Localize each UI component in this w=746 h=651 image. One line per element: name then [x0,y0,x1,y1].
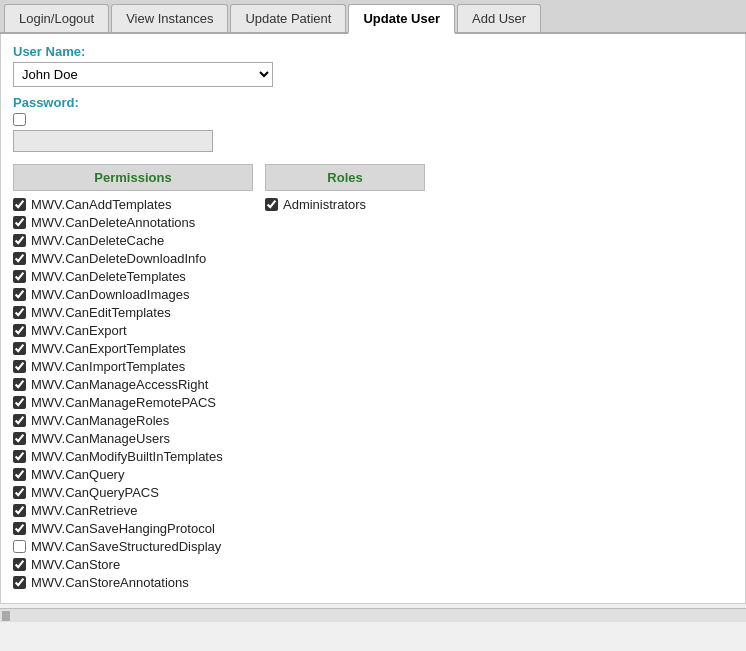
permission-label-5: MWV.CanDownloadImages [31,287,189,302]
tab-update-patient[interactable]: Update Patient [230,4,346,32]
permission-item-8: MWV.CanExportTemplates [13,341,253,356]
permission-label-12: MWV.CanManageRoles [31,413,169,428]
permission-label-11: MWV.CanManageRemotePACS [31,395,216,410]
tab-bar: Login/LogoutView InstancesUpdate Patient… [0,0,746,34]
role-item-0: Administrators [265,197,425,212]
scrollbar[interactable] [0,608,746,622]
permissions-list: MWV.CanAddTemplatesMWV.CanDeleteAnnotati… [13,197,253,590]
permission-item-6: MWV.CanEditTemplates [13,305,253,320]
permission-checkbox-11[interactable] [13,396,26,409]
permission-item-19: MWV.CanSaveStructuredDisplay [13,539,253,554]
permission-checkbox-8[interactable] [13,342,26,355]
scroll-thumb [2,611,10,621]
password-section: Password: [13,95,733,152]
permission-checkbox-7[interactable] [13,324,26,337]
tab-login-logout[interactable]: Login/Logout [4,4,109,32]
permission-label-9: MWV.CanImportTemplates [31,359,185,374]
permission-checkbox-14[interactable] [13,450,26,463]
permission-label-18: MWV.CanSaveHangingProtocol [31,521,215,536]
permission-checkbox-3[interactable] [13,252,26,265]
tab-view-instances[interactable]: View Instances [111,4,228,32]
permission-label-14: MWV.CanModifyBuiltInTemplates [31,449,223,464]
permission-label-10: MWV.CanManageAccessRight [31,377,208,392]
permission-label-0: MWV.CanAddTemplates [31,197,171,212]
role-checkbox-0[interactable] [265,198,278,211]
permission-checkbox-1[interactable] [13,216,26,229]
username-label: User Name: [13,44,733,59]
permission-checkbox-13[interactable] [13,432,26,445]
password-label: Password: [13,95,733,110]
permission-item-7: MWV.CanExport [13,323,253,338]
permission-item-2: MWV.CanDeleteCache [13,233,253,248]
roles-list: Administrators [265,197,425,212]
permission-label-20: MWV.CanStore [31,557,120,572]
permission-item-18: MWV.CanSaveHangingProtocol [13,521,253,536]
permissions-header: Permissions [13,164,253,191]
permission-item-1: MWV.CanDeleteAnnotations [13,215,253,230]
permission-item-9: MWV.CanImportTemplates [13,359,253,374]
permission-checkbox-9[interactable] [13,360,26,373]
password-checkbox-row [13,113,733,126]
permission-item-10: MWV.CanManageAccessRight [13,377,253,392]
permission-item-14: MWV.CanModifyBuiltInTemplates [13,449,253,464]
permission-item-4: MWV.CanDeleteTemplates [13,269,253,284]
tab-add-user[interactable]: Add User [457,4,541,32]
permission-label-17: MWV.CanRetrieve [31,503,137,518]
permission-item-13: MWV.CanManageUsers [13,431,253,446]
permission-item-21: MWV.CanStoreAnnotations [13,575,253,590]
permission-item-12: MWV.CanManageRoles [13,413,253,428]
permission-checkbox-10[interactable] [13,378,26,391]
permission-checkbox-5[interactable] [13,288,26,301]
permission-checkbox-19[interactable] [13,540,26,553]
role-label-0: Administrators [283,197,366,212]
permission-item-15: MWV.CanQuery [13,467,253,482]
permission-label-13: MWV.CanManageUsers [31,431,170,446]
permission-checkbox-15[interactable] [13,468,26,481]
permission-item-20: MWV.CanStore [13,557,253,572]
permission-checkbox-20[interactable] [13,558,26,571]
password-input[interactable] [13,130,213,152]
username-field-group: User Name: John DoeAdminGuest [13,44,733,95]
permission-item-17: MWV.CanRetrieve [13,503,253,518]
password-checkbox[interactable] [13,113,26,126]
permission-checkbox-0[interactable] [13,198,26,211]
permission-item-11: MWV.CanManageRemotePACS [13,395,253,410]
tab-update-user[interactable]: Update User [348,4,455,34]
permission-checkbox-18[interactable] [13,522,26,535]
permission-checkbox-6[interactable] [13,306,26,319]
permission-label-15: MWV.CanQuery [31,467,124,482]
permission-label-19: MWV.CanSaveStructuredDisplay [31,539,221,554]
roles-panel: Roles Administrators [265,164,425,215]
permissions-panel: Permissions MWV.CanAddTemplatesMWV.CanDe… [13,164,253,593]
username-select[interactable]: John DoeAdminGuest [13,62,273,87]
permission-checkbox-2[interactable] [13,234,26,247]
permission-label-3: MWV.CanDeleteDownloadInfo [31,251,206,266]
permission-label-2: MWV.CanDeleteCache [31,233,164,248]
permission-checkbox-4[interactable] [13,270,26,283]
permission-label-6: MWV.CanEditTemplates [31,305,171,320]
permission-label-21: MWV.CanStoreAnnotations [31,575,189,590]
permission-label-7: MWV.CanExport [31,323,127,338]
permission-item-3: MWV.CanDeleteDownloadInfo [13,251,253,266]
permission-checkbox-17[interactable] [13,504,26,517]
permission-label-1: MWV.CanDeleteAnnotations [31,215,195,230]
permission-checkbox-12[interactable] [13,414,26,427]
permissions-roles-container: Permissions MWV.CanAddTemplatesMWV.CanDe… [13,164,733,593]
roles-header: Roles [265,164,425,191]
permission-item-5: MWV.CanDownloadImages [13,287,253,302]
permission-label-8: MWV.CanExportTemplates [31,341,186,356]
main-content: User Name: John DoeAdminGuest Password: … [0,34,746,604]
permission-checkbox-16[interactable] [13,486,26,499]
permission-item-16: MWV.CanQueryPACS [13,485,253,500]
permission-item-0: MWV.CanAddTemplates [13,197,253,212]
permission-checkbox-21[interactable] [13,576,26,589]
permission-label-4: MWV.CanDeleteTemplates [31,269,186,284]
permission-label-16: MWV.CanQueryPACS [31,485,159,500]
